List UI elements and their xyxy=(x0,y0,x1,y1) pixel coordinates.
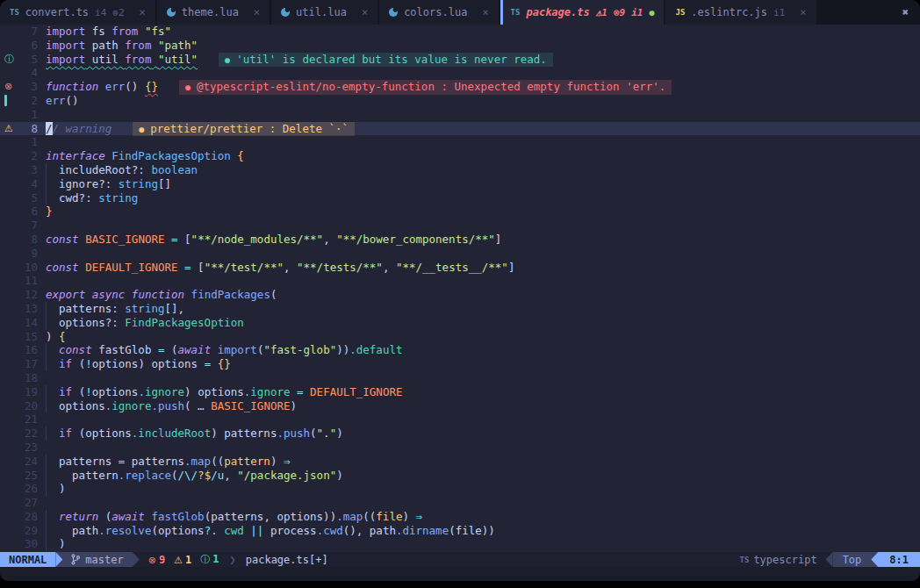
code-token: , xyxy=(224,469,237,482)
indent-guide xyxy=(46,455,53,469)
code-line[interactable]: 2interface FindPackagesOption { xyxy=(0,149,920,163)
code-line[interactable]: 24 patterns = patterns.map((pattern) ⇒ xyxy=(0,455,920,469)
code-token: ) xyxy=(53,537,66,550)
gutter-sign xyxy=(0,94,18,108)
indent-guide xyxy=(46,385,53,399)
code-line[interactable]: 20 options.ignore.push( … BASIC_IGNORE) xyxy=(0,399,920,413)
gutter-sign xyxy=(0,163,18,177)
code-line[interactable]: 1 xyxy=(0,135,920,149)
code-line[interactable]: 8const BASIC_IGNORE = ["**/node_modules/… xyxy=(0,233,920,247)
code-token: string xyxy=(98,191,138,204)
close-tab-icon[interactable]: × xyxy=(482,6,488,18)
line-number: 27 xyxy=(18,496,46,510)
code-line[interactable]: 21 xyxy=(0,412,920,427)
code-text: path.resolve(options?. cwd || process.cw… xyxy=(46,524,495,538)
tab-colors.lua[interactable]: colors.lua× xyxy=(379,0,498,25)
code-line[interactable]: 12export async function findPackages( xyxy=(0,288,920,302)
git-branch[interactable]: master xyxy=(62,552,132,567)
code-line[interactable]: 13 patterns: string[], xyxy=(0,302,920,316)
scroll-position: Top xyxy=(833,552,872,567)
code-token: ?$ xyxy=(198,469,211,482)
code-line[interactable]: ⓘ5import util from "util"●'util' is decl… xyxy=(0,53,920,67)
close-all-icon[interactable]: ✖ xyxy=(891,0,920,25)
code-line[interactable]: 10const DEFAULT_IGNORE = ["**/test/**", … xyxy=(0,261,920,275)
code-token: DEFAULT_IGNORE xyxy=(85,261,177,274)
tab-theme.lua[interactable]: theme.lua× xyxy=(157,0,270,25)
line-number: 13 xyxy=(18,302,46,316)
tab-convert.ts[interactable]: TSconvert.tsi4⊗2× xyxy=(0,0,155,25)
close-tab-icon[interactable]: × xyxy=(362,6,368,18)
code-text: ignore?: string[] xyxy=(46,177,171,191)
tab-.eslintrc.js[interactable]: JS.eslintrc.jsi1× xyxy=(665,0,816,25)
tab-filename: util.lua xyxy=(296,6,347,18)
gutter-sign xyxy=(0,524,18,538)
code-line[interactable]: 22 if (options.includeRoot) patterns.pus… xyxy=(0,427,920,441)
code-line[interactable]: 6} xyxy=(0,204,920,219)
code-line[interactable]: ⊗3function err() {}●@typescript-eslint/n… xyxy=(0,80,920,94)
code-text: import path from "path" xyxy=(46,39,198,53)
code-token: interface xyxy=(46,149,105,162)
code-token: fastGlob xyxy=(151,510,204,523)
powerline-separator xyxy=(871,552,878,567)
code-line[interactable]: 16 const fastGlob = (await import("fast-… xyxy=(0,343,920,357)
code-line[interactable]: 23 xyxy=(0,441,920,455)
code-token: (( xyxy=(211,455,224,468)
indent-guide xyxy=(46,357,53,371)
code-line[interactable]: 18 xyxy=(0,371,920,385)
tab-util.lua[interactable]: util.lua× xyxy=(271,0,377,25)
code-line[interactable]: 26 ) xyxy=(0,482,920,496)
gutter-sign xyxy=(0,496,18,510)
code-line[interactable]: 28 return (await fastGlob(patterns, opti… xyxy=(0,510,920,524)
code-line[interactable]: 5 cwd?: string xyxy=(0,191,920,205)
code-line[interactable]: 29 path.resolve(options?. cwd || process… xyxy=(0,524,920,538)
tab-diagnostic-info: i1 xyxy=(631,7,643,18)
line-number: 4 xyxy=(18,66,46,80)
code-token: FindPackagesOption xyxy=(111,149,230,162)
code-editor[interactable]: 7import fs from "fs"6import path from "p… xyxy=(0,25,920,552)
filetype-label: typescript xyxy=(753,552,825,567)
code-line[interactable]: 14 options?: FindPackagesOption xyxy=(0,316,920,330)
gutter-sign xyxy=(0,482,18,496)
code-token: function xyxy=(46,80,98,93)
code-token xyxy=(151,39,158,52)
code-line[interactable]: 7import fs from "fs" xyxy=(0,25,920,39)
close-tab-icon[interactable]: × xyxy=(800,6,806,18)
code-line[interactable]: 7 xyxy=(0,219,920,233)
code-line[interactable]: 11 xyxy=(0,274,920,288)
code-line[interactable]: 15) { xyxy=(0,330,920,344)
code-token: = xyxy=(171,233,178,246)
code-line[interactable]: 19 if (!options.ignore) options.ignore =… xyxy=(0,385,920,399)
code-line[interactable]: 3 includeRoot?: boolean xyxy=(0,163,920,177)
line-number: 16 xyxy=(18,343,46,357)
code-line[interactable]: 9 xyxy=(0,247,920,261)
close-tab-icon[interactable]: × xyxy=(140,6,146,18)
code-line[interactable]: 17 if (!options) options = {} xyxy=(0,357,920,371)
code-token: ) xyxy=(53,482,66,495)
code-line[interactable]: 30 ) xyxy=(0,537,920,551)
code-line[interactable]: ⚠8// warning●prettier/prettier : Delete … xyxy=(0,122,920,136)
code-text: // warning●prettier/prettier : Delete `·… xyxy=(46,122,355,136)
gutter-sign xyxy=(0,427,18,441)
code-token: BASIC_IGNORE xyxy=(85,233,164,246)
code-line[interactable]: 2err() xyxy=(0,94,920,108)
gutter-sign xyxy=(0,108,18,122)
code-token: err xyxy=(105,80,126,93)
command-line[interactable] xyxy=(0,567,920,581)
tab-package.ts[interactable]: TSpackage.ts⚠1⊗9i1● xyxy=(500,0,665,25)
line-number: 17 xyxy=(18,357,46,371)
gutter-sign xyxy=(0,537,18,551)
code-line[interactable]: 4 xyxy=(0,66,920,80)
code-line[interactable]: 25 pattern.replace(/\/?$/u, "/package.js… xyxy=(0,469,920,483)
code-token: util xyxy=(85,53,125,66)
line-number: 8 xyxy=(18,122,46,136)
line-number: 21 xyxy=(18,412,46,427)
code-token: err xyxy=(46,94,66,107)
code-line[interactable]: 1 xyxy=(0,108,920,122)
code-line[interactable]: 6import path from "path" xyxy=(0,39,920,53)
code-line[interactable]: 27 xyxy=(0,496,920,510)
gutter-sign xyxy=(0,343,18,357)
close-tab-icon[interactable]: × xyxy=(254,6,260,18)
code-token: / warning xyxy=(53,122,112,135)
code-line[interactable]: 4 ignore?: string[] xyxy=(0,177,920,191)
code-token: function xyxy=(132,288,184,301)
